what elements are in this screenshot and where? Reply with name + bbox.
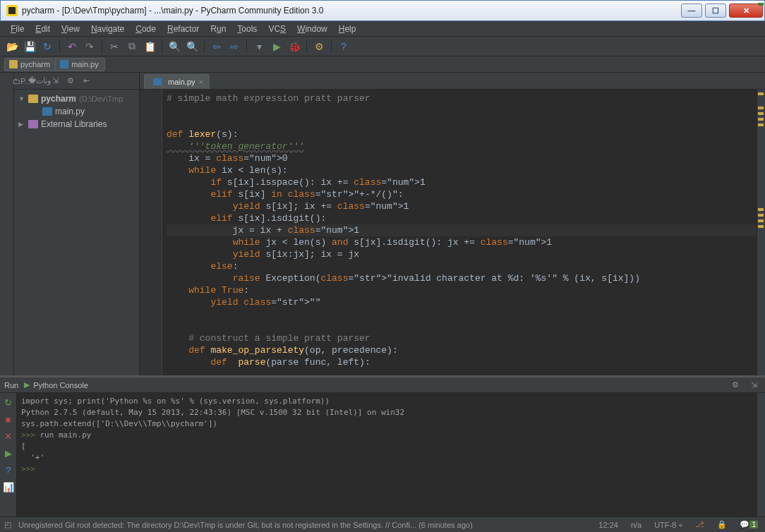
rerun-button[interactable]: ↻ (2, 396, 15, 409)
file-encoding[interactable]: UTF-8 ÷ (651, 521, 685, 529)
toolbar-separator (331, 40, 332, 53)
stop-button[interactable]: ■ (2, 413, 15, 425)
tree-root[interactable]: ▼pycharm(D:\Dev\Tmp (16, 92, 138, 105)
tree-label: pycharm (41, 94, 76, 104)
redo-button[interactable]: ↷ (82, 39, 97, 54)
menu-code[interactable]: Code (131, 23, 161, 35)
code-editor[interactable]: # simple math expression pratt parser de… (140, 90, 765, 375)
save-button[interactable]: 💾 (22, 39, 37, 54)
notifications-badge[interactable]: 💬1 (737, 520, 761, 529)
breadcrumb-label: main.py (71, 60, 99, 68)
hide-panel-icon[interactable]: ⇲ (747, 378, 761, 392)
replace-button[interactable]: 🔍 (184, 39, 200, 54)
left-tool-gutter (0, 73, 14, 375)
window-maximize-button[interactable]: ☐ (705, 4, 726, 18)
editor-tab[interactable]: main.py × (144, 74, 210, 89)
collapse-all-button[interactable]: ⇲ (48, 74, 62, 88)
window-close-button[interactable]: ✕ (729, 4, 763, 18)
help-button[interactable]: ? (2, 464, 15, 476)
project-toolwindow: 🗀 P... ▾ �ونات ⇲ ⚙ ⇤ ▼pycharm(D:\Dev\Tmp… (14, 73, 140, 375)
cut-button[interactable]: ✂ (107, 39, 122, 54)
console-settings-icon[interactable]: ⚙ (728, 378, 742, 392)
run-button[interactable]: ▶ (269, 39, 284, 54)
menu-run[interactable]: Run (205, 23, 231, 35)
tree-path: (D:\Dev\Tmp (79, 95, 123, 103)
toolbar-separator (204, 40, 205, 53)
scroll-from-source-button[interactable]: �ونات (32, 74, 47, 88)
hide-button[interactable]: ⇤ (79, 74, 93, 88)
app-icon (6, 5, 18, 16)
window-titlebar: pycharm - [D:\Dev\Tmp\pycharm] - ...\mai… (0, 0, 765, 21)
open-button[interactable]: 📂 (4, 39, 20, 54)
settings-button[interactable]: ⚙ (311, 39, 327, 54)
menu-vcs[interactable]: VCS (263, 23, 291, 35)
warning-marker[interactable] (758, 112, 764, 115)
run-tab[interactable]: Run (4, 381, 18, 389)
status-bar: ◰ Unregistered Git root detected: The di… (0, 516, 765, 532)
editor-tab-label: main.py (168, 78, 195, 86)
toolwindow-quick-access-icon[interactable]: ◰ (4, 520, 11, 529)
warning-marker[interactable] (758, 123, 764, 126)
menu-file[interactable]: File (6, 23, 29, 35)
find-button[interactable]: 🔍 (167, 39, 182, 54)
breadcrumb-project[interactable]: pycharm (4, 58, 56, 71)
bottom-panel: Run ▶Python Console ⚙ ⇲ ↻ ■ ✕ ▶ ? 📊 impo… (0, 375, 765, 516)
help-button[interactable]: ? (336, 39, 351, 54)
settings-gear-icon[interactable]: ⚙ (64, 74, 78, 88)
back-button[interactable]: ⇦ (209, 39, 224, 54)
toolbar-separator (306, 40, 307, 53)
project-tree[interactable]: ▼pycharm(D:\Dev\Tmp main.py ▶External Li… (14, 90, 139, 375)
tree-label: External Libraries (41, 119, 107, 129)
play-icon: ▶ (24, 380, 30, 389)
menubar: File Edit View Navigate Code Refactor Ru… (0, 21, 765, 37)
breadcrumb-label: pycharm (20, 60, 50, 68)
close-tab-icon[interactable]: × (199, 78, 203, 86)
git-icon[interactable]: ⎇ (692, 520, 707, 529)
execute-button[interactable]: ▶ (2, 447, 15, 459)
menu-view[interactable]: View (56, 23, 85, 35)
python-console-tab[interactable]: ▶Python Console (24, 380, 88, 389)
debug-button[interactable]: 🐞 (287, 39, 302, 54)
menu-tools[interactable]: Tools (232, 23, 262, 35)
warning-marker[interactable] (758, 92, 764, 95)
menu-navigate[interactable]: Navigate (86, 23, 129, 35)
show-vars-button[interactable]: 📊 (2, 480, 15, 493)
warning-marker[interactable] (758, 208, 764, 211)
undo-button[interactable]: ↶ (64, 39, 80, 54)
toolbar-separator (59, 40, 60, 53)
menu-window[interactable]: Window (292, 23, 332, 35)
warning-marker[interactable] (758, 219, 764, 222)
window-title: pycharm - [D:\Dev\Tmp\pycharm] - ...\mai… (22, 6, 681, 16)
console-output[interactable]: import sys; print('Python %s on %s' % (s… (17, 393, 757, 516)
warning-marker[interactable] (758, 225, 764, 228)
editor-tabs: main.py × (140, 73, 765, 90)
error-stripe[interactable] (757, 90, 765, 375)
editor-gutter[interactable] (140, 90, 162, 375)
copy-button[interactable]: ⧉ (124, 39, 140, 54)
tree-external-libs[interactable]: ▶External Libraries (16, 118, 138, 131)
toolbar-separator (162, 40, 162, 53)
warning-marker[interactable] (758, 214, 764, 217)
tree-file[interactable]: main.py (16, 105, 138, 118)
warning-marker[interactable] (758, 118, 764, 121)
breadcrumb-file[interactable]: main.py (55, 58, 105, 71)
folder-icon (9, 60, 18, 68)
menu-help[interactable]: Help (334, 23, 361, 35)
run-config-dropdown[interactable]: ▾ (251, 39, 267, 54)
paste-button[interactable]: 📋 (142, 39, 157, 54)
menu-refactor[interactable]: Refactor (162, 23, 204, 35)
window-minimize-button[interactable]: — (681, 4, 702, 18)
tree-label: main.py (55, 107, 85, 116)
menu-edit[interactable]: Edit (30, 23, 55, 35)
code-content[interactable]: # simple math expression pratt parser de… (162, 90, 757, 375)
forward-button[interactable]: ⇨ (227, 39, 242, 54)
status-message[interactable]: Unregistered Git root detected: The dire… (18, 521, 589, 529)
warning-marker[interactable] (758, 107, 764, 109)
navigation-bar: pycharm main.py (0, 56, 765, 73)
close-button[interactable]: ✕ (2, 430, 15, 442)
caret-position[interactable]: 12:24 (596, 521, 621, 529)
sync-button[interactable]: ↻ (40, 39, 55, 54)
editor-area: main.py × # simple math expression pratt… (140, 73, 765, 375)
insert-mode[interactable]: n/a (628, 521, 644, 529)
lock-icon[interactable]: 🔒 (714, 520, 730, 529)
